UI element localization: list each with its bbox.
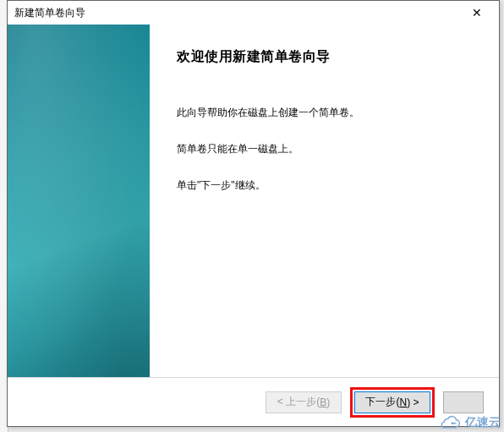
extra-button[interactable] [443,391,484,413]
wizard-sidebar-image [8,25,150,377]
back-button-suffix: ) [326,396,330,408]
next-button-prefix: 下一步( [365,395,399,409]
back-button-accel: B [320,396,326,408]
wizard-paragraph-3: 单击"下一步"继续。 [177,178,474,194]
dialog-body: 欢迎使用新建简单卷向导 此向导帮助你在磁盘上创建一个简单卷。 简单卷只能在单一磁… [8,25,499,377]
titlebar: 新建简单卷向导 ✕ [8,1,499,25]
wizard-dialog: 新建简单卷向导 ✕ 欢迎使用新建简单卷向导 此向导帮助你在磁盘上创建一个简单卷。… [7,0,500,427]
back-button-prefix: < 上一步( [277,395,320,409]
close-button[interactable]: ✕ [460,3,494,23]
back-button: < 上一步(B) [266,391,342,413]
wizard-paragraph-2: 简单卷只能在单一磁盘上。 [177,141,474,157]
next-button-accel: N [399,396,407,408]
wizard-paragraph-1: 此向导帮助你在磁盘上创建一个简单卷。 [177,105,474,121]
wizard-content: 欢迎使用新建简单卷向导 此向导帮助你在磁盘上创建一个简单卷。 简单卷只能在单一磁… [150,25,499,377]
close-icon: ✕ [472,6,482,19]
next-button-suffix: ) > [407,396,419,408]
dialog-footer: < 上一步(B) 下一步(N) > [8,377,499,426]
next-button[interactable]: 下一步(N) > [354,391,430,413]
dialog-title: 新建简单卷向导 [14,6,85,20]
wizard-heading: 欢迎使用新建简单卷向导 [177,48,474,66]
next-button-highlight: 下一步(N) > [350,387,435,418]
